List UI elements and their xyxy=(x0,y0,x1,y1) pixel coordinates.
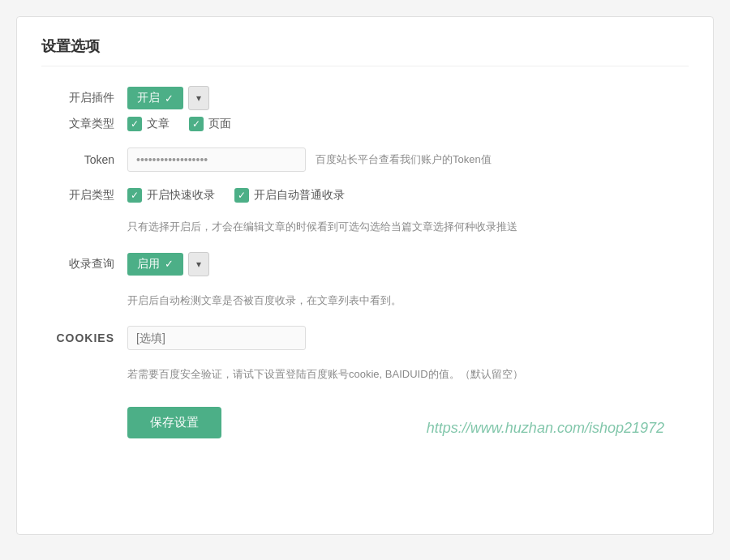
page-title: 设置选项 xyxy=(41,36,689,66)
open-type-desc: 只有选择开启后，才会在编辑文章的时候看到可选勾选给当篇文章选择何种收录推送 xyxy=(127,219,689,236)
index-query-check-icon: ✓ xyxy=(165,258,174,270)
open-type-row: 开启类型 ✓ 开启快速收录 ✓ 开启自动普通收录 xyxy=(41,188,689,203)
cookies-row: COOKIES xyxy=(41,326,689,350)
index-query-row: 收录查询 启用 ✓ ▾ xyxy=(41,252,689,276)
article-checkbox[interactable]: ✓ xyxy=(127,117,142,131)
fast-index-checkbox[interactable]: ✓ xyxy=(127,188,142,203)
article-type-checkboxes: ✓ 文章 ✓ 页面 xyxy=(127,117,231,131)
plugin-dropdown-arrow[interactable]: ▾ xyxy=(188,86,209,110)
cookies-input[interactable] xyxy=(127,326,306,350)
auto-index-checkbox[interactable]: ✓ xyxy=(234,188,249,203)
cookies-label: COOKIES xyxy=(41,331,114,344)
index-query-desc: 开启后自动检测文章是否被百度收录，在文章列表中看到。 xyxy=(127,293,689,310)
cookies-desc: 若需要百度安全验证，请试下设置登陆百度账号cookie, BAIDUID的值。（… xyxy=(127,366,689,383)
page-checkbox-label: 页面 xyxy=(208,117,231,131)
article-type-label: 文章类型 xyxy=(41,117,114,131)
settings-card: 设置选项 开启插件 开启 ✓ ▾ 文章类型 ✓ 文章 ✓ 页面 Token 百度… xyxy=(16,16,714,535)
token-input[interactable] xyxy=(127,147,306,172)
article-checkbox-label: 文章 xyxy=(147,117,170,131)
index-query-toggle-button[interactable]: 启用 ✓ xyxy=(127,253,183,276)
auto-index-checkbox-item[interactable]: ✓ 开启自动普通收录 xyxy=(234,188,345,203)
plugin-label: 开启插件 xyxy=(41,91,114,105)
article-type-row: 文章类型 ✓ 文章 ✓ 页面 xyxy=(41,117,689,131)
plugin-check-icon: ✓ xyxy=(165,92,174,105)
chevron-down-icon-2: ▾ xyxy=(196,259,201,270)
open-type-label: 开启类型 xyxy=(41,188,114,203)
index-query-dropdown-arrow[interactable]: ▾ xyxy=(188,252,209,276)
token-hint: 百度站长平台查看我们账户的Token值 xyxy=(316,152,492,167)
watermark-text: https://www.huzhan.com/ishop21972 xyxy=(427,420,664,437)
token-label: Token xyxy=(41,153,114,166)
index-query-status-label: 启用 xyxy=(137,257,160,271)
page-checkbox-item[interactable]: ✓ 页面 xyxy=(189,117,231,131)
article-checkbox-item[interactable]: ✓ 文章 xyxy=(127,117,170,131)
fast-index-label: 开启快速收录 xyxy=(147,188,215,203)
save-button[interactable]: 保存设置 xyxy=(127,407,221,438)
plugin-toggle-button[interactable]: 开启 ✓ xyxy=(127,87,183,109)
fast-index-checkbox-item[interactable]: ✓ 开启快速收录 xyxy=(127,188,215,203)
plugin-row: 开启插件 开启 ✓ ▾ xyxy=(41,86,689,110)
chevron-down-icon: ▾ xyxy=(196,92,201,104)
token-row: Token 百度站长平台查看我们账户的Token值 xyxy=(41,147,689,172)
open-type-checkboxes: ✓ 开启快速收录 ✓ 开启自动普通收录 xyxy=(127,188,345,203)
auto-index-label: 开启自动普通收录 xyxy=(254,188,345,203)
index-query-label: 收录查询 xyxy=(41,257,114,271)
page-checkbox[interactable]: ✓ xyxy=(189,117,204,131)
plugin-status-label: 开启 xyxy=(137,91,160,105)
